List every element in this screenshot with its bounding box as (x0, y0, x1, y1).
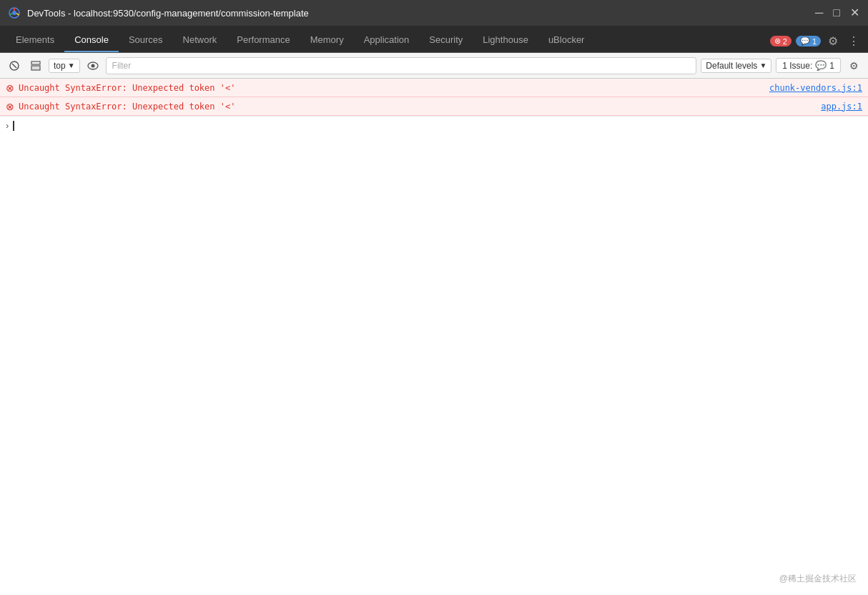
more-options-icon[interactable]: ⋮ (845, 34, 862, 48)
error-source-1[interactable]: chunk-vendors.js:1 (769, 83, 862, 93)
title-bar: DevTools - localhost:9530/config-managem… (0, 0, 868, 26)
eye-icon (87, 62, 99, 70)
toggle-drawer-button[interactable] (27, 57, 44, 74)
issue-number: 1 (829, 61, 834, 71)
minimize-button[interactable]: ─ (815, 7, 823, 19)
tab-network[interactable]: Network (173, 29, 227, 52)
console-settings-button[interactable]: ⚙ (845, 57, 862, 74)
tabs-right-controls: ⊗ 2 💬 1 ⚙ ⋮ (770, 34, 862, 52)
context-selector[interactable]: top ▼ (49, 59, 80, 73)
svg-line-3 (12, 64, 16, 68)
clear-icon (9, 61, 19, 71)
tab-console[interactable]: Console (64, 29, 119, 52)
issue-chat-icon: 💬 (815, 60, 827, 71)
tab-elements[interactable]: Elements (6, 29, 64, 52)
log-levels-chevron-icon: ▼ (759, 62, 766, 69)
error-count-badge[interactable]: ⊗ 2 (770, 36, 791, 46)
tab-performance[interactable]: Performance (227, 29, 300, 52)
info-icon: 💬 (800, 36, 810, 46)
console-error-row: ⊗ Uncaught SyntaxError: Unexpected token… (0, 79, 868, 97)
error-circle-icon-2: ⊗ (6, 101, 14, 112)
chrome-icon (9, 7, 20, 19)
tabs-bar: Elements Console Sources Network Perform… (0, 26, 868, 53)
filter-input[interactable] (106, 57, 697, 74)
chevron-down-icon: ▼ (68, 62, 75, 69)
close-button[interactable]: ✕ (850, 7, 859, 19)
error-source-2[interactable]: app.js:1 (821, 102, 862, 112)
log-levels-selector[interactable]: Default levels ▼ (701, 59, 771, 73)
clear-console-button[interactable] (6, 57, 23, 74)
context-value: top (54, 61, 66, 71)
error-message-2: Uncaught SyntaxError: Unexpected token '… (19, 102, 821, 112)
console-input-row[interactable]: › (0, 116, 868, 134)
window-controls: ─ □ ✕ (815, 7, 859, 19)
tab-lighthouse[interactable]: Lighthouse (473, 29, 538, 52)
maximize-button[interactable]: □ (833, 7, 840, 19)
window-title: DevTools - localhost:9530/config-managem… (27, 8, 808, 19)
tab-ublocker[interactable]: uBlocker (538, 29, 595, 52)
console-output: ⊗ Uncaught SyntaxError: Unexpected token… (0, 79, 868, 595)
info-count-badge[interactable]: 💬 1 (796, 36, 821, 46)
console-prompt-icon: › (6, 120, 9, 131)
error-message-1: Uncaught SyntaxError: Unexpected token '… (19, 83, 769, 93)
svg-point-7 (91, 64, 94, 67)
tab-application[interactable]: Application (354, 29, 420, 52)
issues-count-button[interactable]: 1 Issue: 💬 1 (776, 58, 841, 73)
console-toolbar: top ▼ Default levels ▼ 1 Issue: 💬 1 ⚙ (0, 53, 868, 79)
console-error-row-2: ⊗ Uncaught SyntaxError: Unexpected token… (0, 97, 868, 116)
svg-rect-5 (31, 66, 40, 70)
console-cursor (13, 121, 14, 131)
settings-icon[interactable]: ⚙ (825, 34, 841, 48)
error-count: 2 (783, 37, 787, 46)
issue-text: 1 Issue: (782, 61, 812, 71)
tab-security[interactable]: Security (419, 29, 473, 52)
error-circle-icon-1: ⊗ (6, 82, 14, 94)
show-issues-button[interactable] (84, 57, 102, 74)
error-circle-icon: ⊗ (774, 36, 781, 46)
tab-memory[interactable]: Memory (300, 29, 354, 52)
watermark: @稀土掘金技术社区 (779, 573, 857, 585)
svg-rect-4 (31, 62, 40, 64)
log-levels-label: Default levels (706, 61, 757, 71)
gear-icon: ⚙ (849, 60, 859, 72)
svg-point-1 (12, 11, 16, 15)
tab-sources[interactable]: Sources (119, 29, 173, 52)
info-count: 1 (812, 37, 817, 46)
drawer-icon (31, 61, 41, 71)
